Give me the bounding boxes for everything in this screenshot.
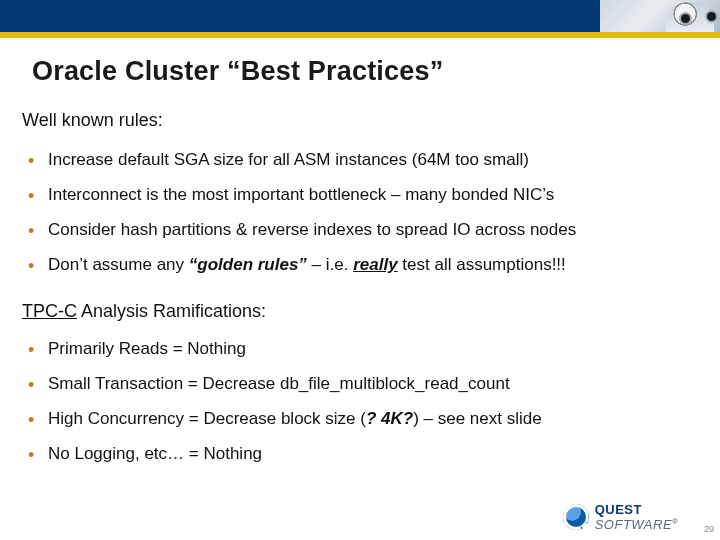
bullet-text: Small Transaction = Decrease db_file_mul… <box>48 374 510 393</box>
bullet-text-pre: Don’t assume any <box>48 255 189 274</box>
logo-text: QUEST SOFTWARE® <box>595 502 678 532</box>
slide-body: Well known rules: Increase default SGA s… <box>22 110 698 490</box>
bullet-em-underline: really <box>353 255 397 274</box>
bullet-text-mid: – i.e. <box>307 255 353 274</box>
bullet-item: Increase default SGA size for all ASM in… <box>22 143 698 178</box>
subhead: TPC-C Analysis Ramifications: <box>22 301 698 322</box>
bullet-item: Interconnect is the most important bottl… <box>22 178 698 213</box>
bullet-text-post: test all assumptions!!! <box>398 255 566 274</box>
bullets-primary: Increase default SGA size for all ASM in… <box>22 143 698 283</box>
quest-q-icon <box>563 504 589 530</box>
page-number: 29 <box>704 524 714 534</box>
bullet-text: Interconnect is the most important bottl… <box>48 185 554 204</box>
banner <box>0 0 720 38</box>
bullet-em: ? 4K? <box>366 409 413 428</box>
bullet-text: Consider hash partitions & reverse index… <box>48 220 576 239</box>
subhead-underline: TPC-C <box>22 301 77 321</box>
bullet-item: Primarily Reads = Nothing <box>22 332 698 367</box>
bullets-secondary: Primarily Reads = Nothing Small Transact… <box>22 332 698 472</box>
logo-registered: ® <box>672 517 678 526</box>
subhead-rest: Analysis Ramifications: <box>77 301 266 321</box>
logo-brand-soft: SOFTWARE <box>595 517 672 532</box>
bullet-text: Primarily Reads = Nothing <box>48 339 246 358</box>
bullet-text-post: ) – see next slide <box>413 409 542 428</box>
banner-stripe <box>0 32 720 38</box>
bullet-item: Small Transaction = Decrease db_file_mul… <box>22 367 698 402</box>
footer-logo: QUEST SOFTWARE® <box>563 502 678 532</box>
bullet-item: No Logging, etc… = Nothing <box>22 437 698 472</box>
slide: Oracle Cluster “Best Practices” Well kno… <box>0 0 720 540</box>
bullet-item: Consider hash partitions & reverse index… <box>22 213 698 248</box>
bullet-text-pre: High Concurrency = Decrease block size ( <box>48 409 366 428</box>
slide-title: Oracle Cluster “Best Practices” <box>32 56 443 87</box>
bullet-em: “golden rules” <box>189 255 307 274</box>
logo-brand-bold: QUEST <box>595 502 642 517</box>
bullet-text: Increase default SGA size for all ASM in… <box>48 150 529 169</box>
bullet-item: Don’t assume any “golden rules” – i.e. r… <box>22 248 698 283</box>
lead-text: Well known rules: <box>22 110 698 131</box>
bullet-item: High Concurrency = Decrease block size (… <box>22 402 698 437</box>
bullet-text: No Logging, etc… = Nothing <box>48 444 262 463</box>
